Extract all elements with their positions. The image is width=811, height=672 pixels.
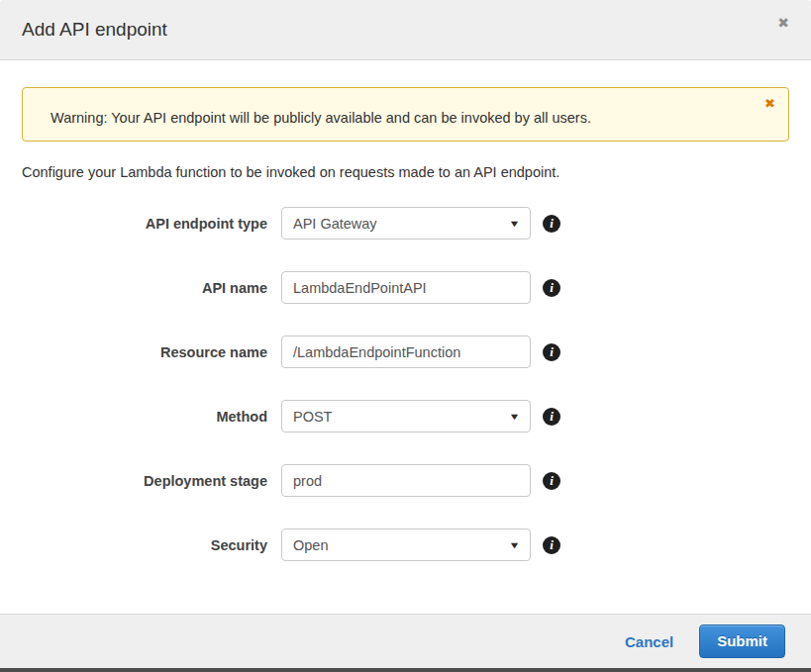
info-icon[interactable]: i	[543, 472, 560, 490]
form-row-method: Method POST ▼ i	[22, 400, 789, 432]
chevron-down-icon: ▼	[509, 219, 521, 229]
close-icon[interactable]: ✖	[777, 16, 789, 30]
method-value: POST	[293, 409, 332, 425]
endpoint-form: API endpoint type API Gateway ▼ i API na…	[22, 207, 789, 561]
chevron-down-icon: ▼	[509, 412, 521, 422]
info-icon[interactable]: i	[543, 215, 560, 233]
security-select[interactable]: Open ▼	[281, 528, 531, 561]
warning-text: Warning: Your API endpoint will be publi…	[51, 110, 591, 126]
modal-bottom-edge	[0, 668, 811, 672]
cancel-button[interactable]: Cancel	[625, 633, 673, 650]
form-row-deployment-stage: Deployment stage i	[22, 464, 789, 497]
warning-dismiss-icon[interactable]: ✖	[764, 97, 775, 110]
form-row-api-name: API name i	[22, 271, 789, 304]
info-icon[interactable]: i	[543, 343, 560, 361]
method-select[interactable]: POST ▼	[281, 400, 531, 432]
resource-name-label: Resource name	[22, 344, 267, 360]
intro-text: Configure your Lambda function to be inv…	[22, 164, 789, 180]
form-row-resource-name: Resource name i	[22, 336, 789, 368]
modal-header: Add API endpoint ✖	[0, 0, 811, 60]
modal-body: Warning: Your API endpoint will be publi…	[0, 87, 811, 561]
submit-button[interactable]: Submit	[699, 624, 785, 658]
api-endpoint-type-value: API Gateway	[293, 216, 377, 232]
deployment-stage-label: Deployment stage	[22, 473, 267, 489]
api-endpoint-type-select[interactable]: API Gateway ▼	[281, 207, 531, 240]
method-label: Method	[22, 409, 267, 425]
api-name-input[interactable]	[281, 271, 531, 304]
security-label: Security	[22, 537, 267, 553]
api-endpoint-type-label: API endpoint type	[22, 216, 267, 232]
page-title: Add API endpoint	[22, 19, 167, 41]
form-row-api-endpoint-type: API endpoint type API Gateway ▼ i	[22, 207, 789, 240]
modal-footer: Cancel Submit	[0, 614, 811, 668]
info-icon[interactable]: i	[543, 279, 560, 297]
form-row-security: Security Open ▼ i	[22, 528, 789, 561]
info-icon[interactable]: i	[543, 408, 560, 426]
resource-name-input[interactable]	[281, 336, 531, 368]
chevron-down-icon: ▼	[509, 540, 521, 550]
info-icon[interactable]: i	[543, 536, 560, 554]
api-name-label: API name	[22, 280, 267, 296]
add-api-endpoint-modal: Add API endpoint ✖ Warning: Your API end…	[0, 0, 811, 672]
security-value: Open	[293, 537, 328, 553]
warning-banner: Warning: Your API endpoint will be publi…	[22, 87, 789, 142]
deployment-stage-input[interactable]	[281, 464, 531, 497]
